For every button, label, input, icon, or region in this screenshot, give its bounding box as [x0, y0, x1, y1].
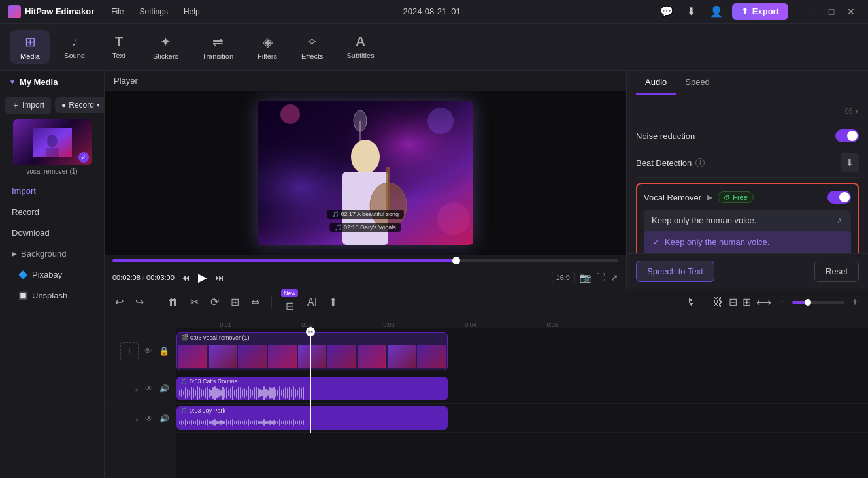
tool-media[interactable]: ⊞ Media	[10, 30, 50, 64]
filters-icon: ◈	[263, 34, 273, 50]
delete-button[interactable]: 🗑	[165, 294, 181, 311]
split-icon[interactable]: ⊟	[729, 296, 737, 308]
aspect-ratio-button[interactable]: 16:9	[552, 272, 575, 283]
undo-button[interactable]: ↩	[112, 293, 126, 311]
lock-icon[interactable]: 🔒	[158, 345, 171, 357]
sidebar-item-import[interactable]: Import	[3, 181, 101, 201]
transform-button[interactable]: ⇔	[248, 293, 262, 311]
video-clip[interactable]: 🎬 0:03 vocal-remover (1)	[176, 332, 448, 370]
vocal-arrow-icon: ▶	[707, 193, 712, 202]
sidebar-item-pixabay[interactable]: 🔷 Pixabay	[3, 264, 101, 285]
maximize-button[interactable]: □	[822, 3, 841, 21]
sidebar-arrow-icon: ▼	[9, 78, 16, 86]
mic-icon[interactable]: 🎙	[686, 296, 697, 308]
menu-settings[interactable]: Settings	[133, 5, 175, 19]
zoom-slider[interactable]	[792, 301, 844, 304]
import-button[interactable]: ＋ Import	[5, 97, 51, 114]
beat-detection-download-icon[interactable]: ⬇	[841, 153, 859, 172]
stickers-icon: ✦	[160, 34, 171, 50]
audio-note-icon-1: 🎵	[180, 378, 188, 385]
prev-frame-button[interactable]: ⏮	[180, 271, 192, 284]
import-plus-icon: ＋	[12, 100, 20, 111]
audio-mute-icon-2[interactable]: 🔊	[158, 413, 171, 424]
tool-text[interactable]: T Text	[99, 30, 139, 63]
minimize-button[interactable]: ─	[803, 3, 821, 21]
copy-button[interactable]: ⟳	[208, 293, 222, 311]
sidebar-item-record[interactable]: Record	[3, 202, 101, 222]
svg-point-12	[280, 104, 300, 124]
speech-to-text-button[interactable]: Speech to Text	[636, 261, 714, 282]
tab-audio[interactable]: Audio	[636, 71, 676, 95]
screenshot-icon[interactable]: 📷	[580, 272, 591, 283]
sidebar-item-unsplash[interactable]: 🔲 Unsplash	[3, 285, 101, 306]
account-icon[interactable]: 👤	[707, 3, 726, 21]
check-icon: ✓	[653, 238, 659, 247]
tool-effects[interactable]: ✧ Effects	[292, 30, 332, 64]
transition-icon[interactable]: ⟷	[756, 296, 771, 308]
add-track-button[interactable]: ＋	[120, 342, 139, 360]
background-arrow-icon: ▶	[12, 250, 17, 257]
vocal-remover-toggle[interactable]	[827, 191, 851, 204]
audio-eye-icon-1[interactable]: 👁	[144, 383, 154, 394]
tool-transition[interactable]: ⇌ Transition	[193, 30, 242, 64]
audio-mute-icon-1[interactable]: 🔊	[158, 383, 171, 394]
upload-button[interactable]: ⬆	[326, 293, 340, 311]
effects-icon: ✧	[307, 34, 318, 50]
audio-eye-icon-2[interactable]: 👁	[144, 413, 154, 424]
toolbar-separator-2	[271, 296, 272, 309]
vocal-option-human[interactable]: ✓ Keep only the human voice.	[644, 231, 851, 253]
cut-button[interactable]: ✂	[188, 293, 201, 311]
overlay-wave2-icon: 🎵	[335, 224, 342, 231]
merge-icon[interactable]: ⊞	[743, 296, 751, 308]
sidebar-item-background[interactable]: ▶ Background	[3, 244, 101, 264]
ruler-mark-5: 0:05	[546, 321, 558, 328]
tool-stickers[interactable]: ✦ Stickers	[144, 30, 188, 64]
vocal-header: Vocal Remover ▶ ⏱ Free	[644, 191, 851, 204]
audio-track-1: 🎵 0:03 Cat's Routine. // Generate wavefo…	[176, 374, 868, 404]
ai-button[interactable]: AI	[305, 294, 320, 311]
titlebar-menu: File Settings Help	[105, 5, 206, 19]
record-circle-icon: ●	[61, 101, 66, 110]
menu-file[interactable]: File	[105, 5, 130, 19]
vocal-options: ✓ Keep only the human voice. Keep only b…	[644, 231, 851, 253]
svg-point-7	[354, 110, 367, 131]
pixabay-icon: 🔷	[18, 270, 28, 279]
progress-bar[interactable]	[112, 259, 618, 262]
right-tabs: Audio Speed	[627, 71, 868, 95]
app-name: HitPaw Edimakor	[25, 7, 94, 16]
timeline-area: ↩ ↪ 🗑 ✂ ⟳ ⊞ ⇔ New ⊟ AI ⬆ 🎙 ⛓	[105, 289, 868, 478]
progress-thumb	[452, 257, 460, 264]
audio-clip-1[interactable]: 🎵 0:03 Cat's Routine. // Generate wavefo…	[176, 377, 448, 400]
ruler-mark-4: 0:04	[465, 321, 476, 328]
record-button[interactable]: ● Record ▾	[55, 97, 107, 113]
paste-button[interactable]: ⊞	[228, 293, 242, 311]
download-icon[interactable]: ⬇	[682, 3, 701, 21]
fullscreen-icon[interactable]: ⛶	[596, 272, 605, 283]
tool-subtitles[interactable]: A Subtitles	[337, 30, 383, 63]
vocal-dropdown-header[interactable]: Keep only the human voice. ∧	[644, 210, 851, 231]
link-icon[interactable]: ⛓	[713, 296, 724, 308]
expand-icon[interactable]: ⤢	[610, 272, 618, 283]
new-feature-button[interactable]: ⊟	[283, 297, 297, 315]
info-icon[interactable]: i	[695, 158, 705, 167]
audio-clip-2[interactable]: 🎵 0:03 Joy Park (function() { const heig…	[176, 406, 448, 430]
tool-filters[interactable]: ◈ Filters	[248, 30, 287, 64]
menu-help[interactable]: Help	[177, 5, 207, 19]
tool-sound[interactable]: ♪ Sound	[55, 30, 94, 63]
film-icon: 🎬	[181, 334, 188, 341]
play-button[interactable]: ▶	[197, 269, 209, 286]
close-button[interactable]: ✕	[842, 3, 860, 21]
window-title: 2024-08-21_01	[207, 7, 658, 16]
zoom-in-icon[interactable]: ＋	[850, 295, 860, 309]
reset-button[interactable]: Reset	[814, 261, 859, 282]
feedback-icon[interactable]: 💬	[658, 3, 676, 21]
sidebar-item-download[interactable]: Download	[3, 223, 101, 243]
eye-icon[interactable]: 👁	[142, 345, 154, 357]
zoom-thumb	[805, 299, 811, 306]
next-frame-button[interactable]: ⏭	[214, 271, 225, 284]
export-button[interactable]: ⬆ Export	[732, 3, 788, 20]
redo-button[interactable]: ↪	[133, 293, 146, 311]
noise-reduction-toggle[interactable]	[835, 129, 859, 142]
tab-speed[interactable]: Speed	[676, 71, 719, 95]
zoom-out-icon[interactable]: －	[776, 295, 787, 309]
